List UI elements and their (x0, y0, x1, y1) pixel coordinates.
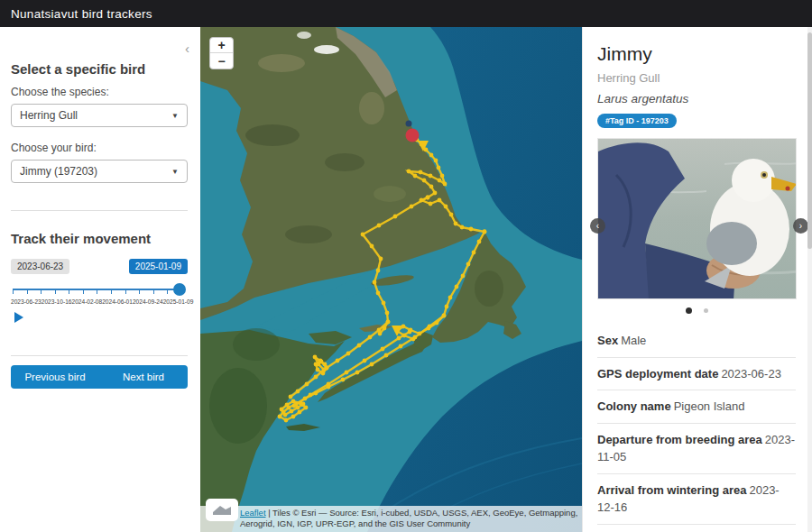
species-select[interactable]: Herring Gull ▼ (11, 104, 188, 127)
gps-track-point[interactable] (445, 305, 449, 309)
gps-track-point[interactable] (379, 257, 383, 261)
gps-track-point[interactable] (429, 174, 433, 179)
date-slider[interactable] (11, 285, 188, 298)
gps-track-point[interactable] (422, 179, 427, 183)
gps-track-point[interactable] (309, 393, 313, 398)
gps-track-point[interactable] (438, 179, 442, 183)
gps-track-point[interactable] (346, 352, 351, 356)
leaflet-link[interactable]: Leaflet (240, 508, 266, 518)
gps-track-point[interactable] (397, 336, 401, 341)
carousel-next-icon[interactable]: › (793, 218, 808, 234)
bird-select[interactable]: Jimmy (197203) ▼ (11, 160, 188, 183)
gps-track-point[interactable] (291, 415, 296, 419)
scrollbar-thumb[interactable] (807, 32, 812, 249)
gps-track-point[interactable] (384, 353, 389, 358)
gps-track-point[interactable] (472, 251, 476, 255)
gps-track-point[interactable] (296, 406, 300, 410)
gps-track-point[interactable] (449, 213, 454, 217)
gps-track-point[interactable] (363, 359, 367, 363)
gps-track-point[interactable] (469, 227, 474, 232)
gps-track-point[interactable] (370, 244, 374, 249)
gps-track-point[interactable] (448, 296, 453, 300)
gps-track-point[interactable] (376, 291, 381, 296)
gps-track-point[interactable] (393, 215, 398, 219)
gps-track-point[interactable] (408, 330, 412, 335)
carousel-prev-icon[interactable]: ‹ (590, 218, 605, 234)
gps-track-point[interactable] (368, 335, 373, 340)
gps-track-point[interactable] (419, 170, 423, 175)
gps-track-point[interactable] (370, 362, 374, 367)
gps-track-point[interactable] (301, 402, 306, 407)
gps-track-point[interactable] (341, 378, 346, 382)
carousel-dot-active[interactable] (686, 307, 692, 314)
gps-track-point[interactable] (429, 202, 433, 206)
gps-track-point[interactable] (314, 375, 318, 380)
gps-track-point[interactable] (381, 347, 385, 352)
gps-track-point[interactable] (437, 166, 441, 170)
gps-track-point[interactable] (283, 413, 288, 417)
gps-track-point[interactable] (413, 335, 418, 340)
play-button[interactable] (14, 312, 23, 323)
gps-track-point[interactable] (336, 359, 340, 363)
gps-track-point[interactable] (327, 382, 331, 387)
gps-track-point[interactable] (426, 196, 430, 200)
gps-track-point[interactable] (305, 382, 309, 387)
gps-track-point[interactable] (280, 408, 284, 412)
next-bird-button[interactable]: Next bird (99, 365, 188, 389)
gps-track-point[interactable] (318, 359, 323, 363)
gps-track-point[interactable] (314, 362, 318, 367)
gps-track-point[interactable] (399, 344, 403, 349)
gps-track-point[interactable] (407, 170, 411, 174)
direction-triangle[interactable] (392, 326, 402, 336)
gps-track-point[interactable] (454, 222, 458, 226)
gps-track-point[interactable] (466, 262, 471, 267)
gps-track-point[interactable] (377, 328, 382, 333)
gps-track-point[interactable] (410, 205, 414, 209)
panel-scrollbar[interactable] (807, 27, 812, 532)
zoom-in-button[interactable]: + (210, 38, 233, 53)
gps-track-point[interactable] (413, 174, 418, 179)
slider-handle[interactable] (173, 283, 186, 296)
gps-track-point[interactable] (298, 410, 302, 415)
gps-track-point[interactable] (428, 325, 432, 329)
carousel-dot[interactable] (704, 308, 708, 313)
gps-track-point[interactable] (345, 371, 349, 375)
gps-track-point[interactable] (304, 406, 309, 410)
gps-track-point[interactable] (296, 390, 300, 394)
gps-track-point[interactable] (460, 225, 465, 230)
gps-track-point[interactable] (438, 198, 442, 203)
gps-track-point[interactable] (289, 395, 293, 399)
gps-track-point[interactable] (321, 371, 326, 376)
gps-track-point[interactable] (461, 274, 466, 279)
gps-track-point[interactable] (378, 332, 383, 336)
gps-track-point[interactable] (433, 191, 438, 196)
gps-track-point[interactable] (443, 182, 448, 187)
gps-track-point[interactable] (313, 355, 318, 360)
gps-track-point[interactable] (316, 368, 320, 372)
gps-track-point[interactable] (357, 344, 362, 348)
sidebar-collapse-icon[interactable]: ‹ (185, 41, 189, 55)
zoom-out-button[interactable]: − (210, 53, 233, 69)
gps-track-point[interactable] (442, 314, 447, 318)
gps-track-point[interactable] (376, 269, 381, 273)
gps-track-point[interactable] (385, 311, 390, 316)
colony-marker[interactable] (406, 121, 412, 127)
gps-track-point[interactable] (290, 409, 294, 414)
gps-track-point[interactable] (477, 240, 482, 244)
gps-track-point[interactable] (440, 174, 445, 179)
gps-track-point[interactable] (284, 418, 289, 423)
gps-track-point[interactable] (377, 224, 382, 228)
gps-track-point[interactable] (429, 153, 434, 158)
gps-track-point[interactable] (455, 285, 459, 289)
gps-track-point[interactable] (429, 185, 434, 189)
gps-track-point[interactable] (373, 280, 377, 285)
gps-track-point[interactable] (444, 205, 448, 209)
map[interactable]: + − Leaflet | Tiles © Esri — Source: Esr… (200, 27, 582, 532)
gps-track-point[interactable] (361, 233, 365, 237)
gps-track-point[interactable] (291, 399, 296, 404)
gps-track-point[interactable] (325, 366, 329, 371)
previous-bird-button[interactable]: Previous bird (11, 365, 99, 389)
current-position-marker[interactable] (406, 129, 420, 142)
gps-track-point[interactable] (483, 230, 487, 234)
gps-track-point[interactable] (355, 371, 360, 375)
